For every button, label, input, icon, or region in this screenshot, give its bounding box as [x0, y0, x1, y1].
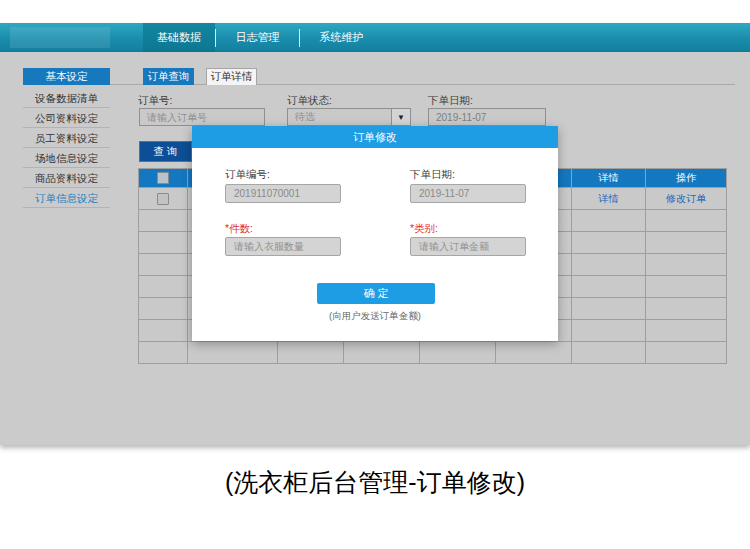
order-status-value: 待选: [288, 109, 391, 125]
table-row: [139, 342, 727, 364]
modify-order-link[interactable]: 修改订单: [666, 193, 706, 204]
page-caption: (洗衣柜后台管理-订单修改): [0, 466, 750, 499]
sidebar-item-order-info[interactable]: 订单信息设定: [23, 188, 110, 208]
page: 基础数据 日志管理 系统维护 基本设定 设备数据清单 公司资料设定 员工资料设定…: [0, 0, 750, 549]
order-no-label: 订单号:: [138, 94, 172, 108]
order-no-input[interactable]: [139, 108, 265, 126]
order-id-input[interactable]: [225, 184, 341, 203]
modal-order-date-input[interactable]: [410, 184, 526, 203]
count-input[interactable]: [225, 237, 341, 256]
order-id-label: 订单编号:: [225, 168, 270, 182]
sidebar-item-product-profile[interactable]: 商品资料设定: [23, 168, 110, 188]
modal-hint: (向用户发送订单金额): [192, 310, 558, 323]
sidebar-item-company-profile[interactable]: 公司资料设定: [23, 108, 110, 128]
sidebar-menu: 设备数据清单 公司资料设定 员工资料设定 场地信息设定 商品资料设定 订单信息设…: [23, 88, 110, 208]
query-button[interactable]: 查询: [139, 141, 192, 162]
select-all-checkbox[interactable]: [157, 172, 169, 184]
nav-tabs: 基础数据 日志管理 系统维护: [143, 23, 383, 52]
content-area: 基本设定 设备数据清单 公司资料设定 员工资料设定 场地信息设定 商品资料设定 …: [0, 52, 750, 445]
sidebar-item-site-info[interactable]: 场地信息设定: [23, 148, 110, 168]
sidebar-header-basic-settings[interactable]: 基本设定: [23, 68, 110, 85]
tab-underline: [110, 84, 735, 85]
count-label: *件数:: [225, 222, 253, 236]
top-navbar: 基础数据 日志管理 系统维护: [0, 23, 750, 52]
logo-area: [10, 27, 110, 48]
order-status-select[interactable]: 待选 ▼: [287, 108, 411, 126]
modal-title: 订单修改: [192, 126, 558, 148]
sidebar-item-employee-profile[interactable]: 员工资料设定: [23, 128, 110, 148]
header-detail: 详情: [572, 169, 646, 188]
sidebar-item-device-data-list[interactable]: 设备数据清单: [23, 88, 110, 108]
tab-order-query[interactable]: 订单查询: [143, 68, 194, 85]
header-action: 操作: [646, 169, 727, 188]
modal-order-date-label: 下单日期:: [410, 168, 455, 182]
tab-order-detail[interactable]: 订单详情: [206, 68, 257, 85]
order-date-label: 下单日期:: [428, 94, 473, 108]
nav-tab-log-management[interactable]: 日志管理: [216, 23, 299, 52]
nav-tab-system-maintenance[interactable]: 系统维护: [300, 23, 383, 52]
order-edit-modal: 订单修改 订单编号: 下单日期: *件数: *类别: 确定 (向用户发送订单金额…: [192, 126, 558, 341]
chevron-down-icon[interactable]: ▼: [391, 109, 410, 125]
order-status-label: 订单状态:: [287, 94, 332, 108]
detail-link[interactable]: 详情: [599, 193, 619, 204]
row-checkbox[interactable]: [157, 193, 169, 205]
order-date-input[interactable]: [428, 108, 546, 126]
header-select-cell: [139, 169, 188, 188]
category-label: *类别:: [410, 222, 438, 236]
confirm-button[interactable]: 确定: [317, 283, 435, 304]
nav-tab-basic-data[interactable]: 基础数据: [143, 23, 215, 52]
category-input[interactable]: [410, 237, 526, 256]
